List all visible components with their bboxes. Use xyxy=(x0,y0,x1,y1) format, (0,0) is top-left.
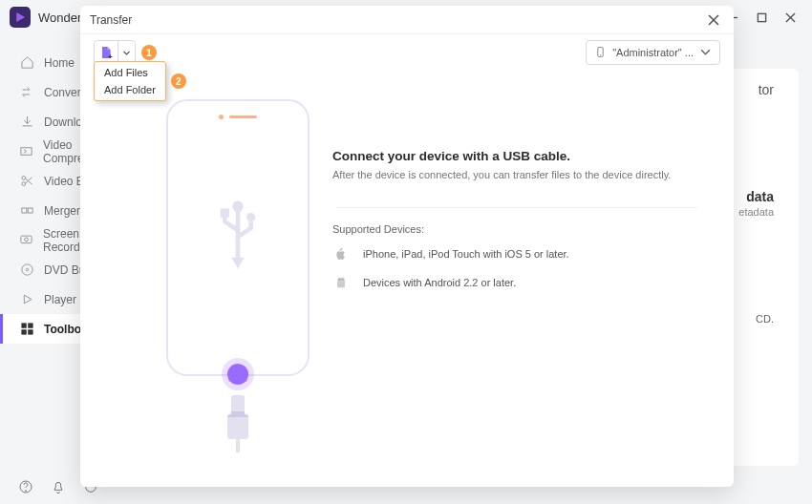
compress-icon xyxy=(19,144,33,159)
usb-icon xyxy=(214,198,262,278)
scissors-icon xyxy=(19,174,34,189)
modal-header: Transfer xyxy=(80,6,734,34)
svg-line-31 xyxy=(343,277,344,278)
modal-toolbar: + 1 "Administrator" ... xyxy=(80,34,734,71)
play-icon xyxy=(19,292,34,307)
modal-content: Connect your device with a USB cable. Af… xyxy=(332,149,707,304)
add-file-icon: + xyxy=(95,45,118,60)
bg-text: etadata xyxy=(738,206,774,218)
svg-point-12 xyxy=(26,268,29,271)
apple-icon xyxy=(332,246,350,262)
modal-title: Transfer xyxy=(90,13,132,27)
transfer-modal: Transfer + 1 "Administrator" ... Add Fil… xyxy=(80,6,734,487)
phone-home-button xyxy=(227,364,248,385)
window-close-button[interactable] xyxy=(778,5,802,30)
phone-illustration xyxy=(138,99,338,452)
modal-close-button[interactable] xyxy=(703,10,724,31)
sidebar-item-label: Merger xyxy=(44,204,80,218)
supported-device-label: Devices with Android 2.2 or later. xyxy=(363,277,516,288)
home-icon xyxy=(19,55,34,71)
svg-line-30 xyxy=(338,277,339,278)
bg-text: tor xyxy=(759,82,774,97)
svg-point-6 xyxy=(21,182,25,186)
svg-point-27 xyxy=(246,213,255,221)
sidebar-item-label: Home xyxy=(44,56,75,70)
supported-device-ios: iPhone, iPad, iPod Touch with iOS 5 or l… xyxy=(332,246,707,262)
window-maximize-button[interactable] xyxy=(749,5,774,30)
svg-rect-15 xyxy=(21,330,25,334)
bg-text: CD. xyxy=(756,313,774,325)
svg-point-29 xyxy=(342,279,343,280)
phone-outline xyxy=(166,99,310,376)
device-selector-label: "Administrator" ... xyxy=(612,47,694,58)
content-title: Connect your device with a USB cable. xyxy=(332,149,707,163)
svg-rect-9 xyxy=(21,236,32,243)
sidebar-item-label: Player xyxy=(44,293,76,306)
phone-icon xyxy=(594,46,607,60)
svg-text:+: + xyxy=(108,52,113,60)
menu-item-add-folder[interactable]: Add Folder xyxy=(95,81,165,98)
svg-rect-13 xyxy=(21,324,25,327)
grid-icon xyxy=(19,322,34,337)
svg-rect-14 xyxy=(28,324,32,327)
app-name: Wonder xyxy=(38,10,81,25)
svg-rect-25 xyxy=(236,208,241,257)
device-selector[interactable]: "Administrator" ... xyxy=(586,40,720,65)
disc-icon xyxy=(19,262,34,278)
download-icon xyxy=(19,115,34,130)
menu-item-add-files[interactable]: Add Files xyxy=(95,64,165,81)
record-icon xyxy=(19,233,33,248)
svg-point-11 xyxy=(21,264,32,275)
divider xyxy=(336,207,697,208)
supported-device-android: Devices with Android 2.2 or later. xyxy=(332,275,707,290)
svg-point-5 xyxy=(21,177,25,180)
svg-rect-1 xyxy=(758,13,765,21)
bell-icon[interactable] xyxy=(50,478,67,495)
supported-title: Supported Devices: xyxy=(332,223,707,235)
supported-device-label: iPhone, iPad, iPod Touch with iOS 5 or l… xyxy=(363,248,569,260)
callout-badge-2: 2 xyxy=(171,74,186,89)
phone-speaker xyxy=(219,115,257,118)
svg-point-18 xyxy=(26,491,27,492)
chevron-down-icon xyxy=(699,46,712,60)
add-dropdown-menu: Add Files Add Folder 2 xyxy=(94,61,166,101)
bg-text: data xyxy=(746,189,774,204)
usb-cable xyxy=(228,395,247,452)
svg-rect-7 xyxy=(21,208,26,213)
converter-icon xyxy=(19,85,34,100)
app-logo xyxy=(10,7,31,28)
content-subtitle: After the device is connected, you can t… xyxy=(332,169,707,180)
android-icon xyxy=(332,275,350,290)
svg-rect-8 xyxy=(28,208,32,213)
help-icon[interactable] xyxy=(17,478,34,495)
svg-point-28 xyxy=(339,279,340,280)
svg-rect-26 xyxy=(221,208,229,217)
svg-point-10 xyxy=(25,238,29,242)
callout-badge-1: 1 xyxy=(141,45,157,60)
merge-icon xyxy=(19,203,34,219)
svg-rect-16 xyxy=(28,330,32,334)
